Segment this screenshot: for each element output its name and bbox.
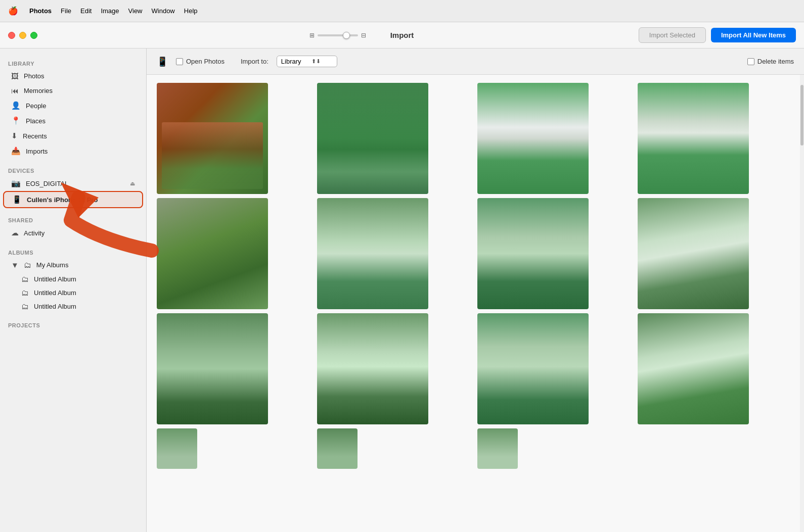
photo-1[interactable] [157,83,268,194]
chevron-down-icon: ▼ [11,261,19,269]
sidebar-memories-label: Memories [24,87,53,94]
iphone-icon: 📱 [12,195,22,204]
zoom-in-icon: ⊟ [361,32,366,39]
photo-3[interactable] [477,83,589,194]
album-3-label: Untitled Album [34,303,76,310]
scrollbar-thumb[interactable] [800,85,803,146]
photo-14-partial[interactable] [317,428,358,469]
open-photos-text: Open Photos [186,58,225,65]
photo-2[interactable] [317,83,428,194]
menu-edit[interactable]: Edit [80,7,92,15]
main-content: Library 🖼 Photos ⏮ Memories 👤 People 📍 P… [0,49,804,532]
delete-items-text: Delete items [757,58,794,65]
sidebar-item-recents[interactable]: ⬇ Recents [3,128,143,143]
my-albums-label: My Albums [36,261,69,269]
sidebar-item-memories[interactable]: ⏮ Memories [3,83,143,98]
import-toolbar: 📱 Open Photos Import to: Library ⬆⬇ Dele… [147,49,804,75]
photo-15-partial[interactable] [477,428,518,469]
import-selected-button[interactable]: Import Selected [639,27,706,43]
import-to-value: Library [281,58,301,65]
sidebar-item-photos[interactable]: 🖼 Photos [3,69,143,83]
albums-header: Albums [0,246,146,258]
window-title: Import [390,31,414,39]
sidebar-activity-label: Activity [24,229,44,237]
slider-thumb[interactable] [343,32,350,39]
devices-header: Devices [0,164,146,176]
zoom-slider[interactable]: ⊞ ⊟ [309,32,366,39]
sidebar-item-iphone[interactable]: 📱 Cullen's iPhone 11 Pro [3,191,143,208]
sidebar: Library 🖼 Photos ⏮ Memories 👤 People 📍 P… [0,49,147,532]
photo-10[interactable] [317,313,428,424]
open-photos-checkbox[interactable] [176,58,183,65]
sidebar-item-people[interactable]: 👤 People [3,98,143,113]
close-button[interactable] [8,32,15,39]
maximize-button[interactable] [30,32,37,39]
photo-9[interactable] [157,313,268,424]
eject-icon: ⏏ [130,180,135,187]
places-icon: 📍 [11,116,21,125]
device-icon-toolbar: 📱 [157,56,168,67]
scrollbar-track [800,75,804,532]
sidebar-places-label: Places [26,117,46,125]
delete-items-label[interactable]: Delete items [747,58,794,65]
delete-items-checkbox[interactable] [747,58,754,65]
sidebar-item-album-3[interactable]: 🗂 Untitled Album [3,300,143,313]
album-icon-3: 🗂 [21,302,29,311]
sidebar-item-imports[interactable]: 📥 Imports [3,143,143,159]
open-photos-label[interactable]: Open Photos [176,58,225,65]
menu-window[interactable]: Window [152,7,175,15]
select-arrows-icon: ⬆⬇ [311,58,321,65]
photo-13-partial[interactable] [157,428,197,469]
sidebar-people-label: People [26,102,46,110]
photo-7[interactable] [477,198,589,309]
sidebar-eos-label: EOS_DIGITAL [26,180,68,187]
sidebar-iphone-label: Cullen's iPhone 11 Pro [27,196,98,204]
shared-header: Shared [0,213,146,225]
apple-icon[interactable]: 🍎 [8,6,18,16]
album-icon-2: 🗂 [21,288,29,297]
menu-file[interactable]: File [61,7,71,15]
slider-track[interactable] [318,34,358,36]
recents-icon: ⬇ [11,131,18,140]
album-1-label: Untitled Album [34,275,76,283]
zoom-out-icon: ⊞ [309,32,315,39]
photo-6[interactable] [317,198,428,309]
activity-icon: ☁ [11,228,19,237]
sidebar-photos-label: Photos [24,72,44,80]
folder-icon: 🗂 [24,261,31,269]
menubar: 🍎 Photos File Edit Image View Window Hel… [0,0,804,22]
menu-photos[interactable]: Photos [29,7,52,15]
import-all-button[interactable]: Import All New Items [711,28,796,42]
traffic-lights [8,32,37,39]
photo-4[interactable] [638,83,749,194]
sidebar-item-activity[interactable]: ☁ Activity [3,225,143,240]
memories-icon: ⏮ [11,86,19,95]
menu-image[interactable]: Image [101,7,119,15]
minimize-button[interactable] [19,32,26,39]
sidebar-item-places[interactable]: 📍 Places [3,113,143,128]
sidebar-item-album-1[interactable]: 🗂 Untitled Album [3,272,143,286]
album-2-label: Untitled Album [34,289,76,297]
titlebar: ⊞ ⊟ Import Import Selected Import All Ne… [0,22,804,49]
import-to-text: Import to: [241,58,269,65]
imports-icon: 📥 [11,147,21,156]
sidebar-item-eos[interactable]: 📷 EOS_DIGITAL ⏏ [3,176,143,191]
menu-view[interactable]: View [128,7,143,15]
photo-11[interactable] [477,313,589,424]
people-icon: 👤 [11,101,21,110]
content-area: 📱 Open Photos Import to: Library ⬆⬇ Dele… [147,49,804,532]
titlebar-controls: Import Selected Import All New Items [639,27,796,43]
sidebar-imports-label: Imports [26,148,48,155]
photos-icon: 🖼 [11,72,19,80]
sidebar-item-album-2[interactable]: 🗂 Untitled Album [3,286,143,300]
import-to-select[interactable]: Library ⬆⬇ [277,56,337,67]
photo-8[interactable] [638,198,749,309]
menu-help[interactable]: Help [184,7,198,15]
camera-icon: 📷 [11,179,21,188]
projects-header: Projects [0,318,146,330]
album-icon-1: 🗂 [21,275,29,283]
sidebar-item-my-albums[interactable]: ▼ 🗂 My Albums [3,258,143,272]
photo-12[interactable] [638,313,749,424]
photo-5[interactable] [157,198,268,309]
library-header: Library [0,57,146,69]
